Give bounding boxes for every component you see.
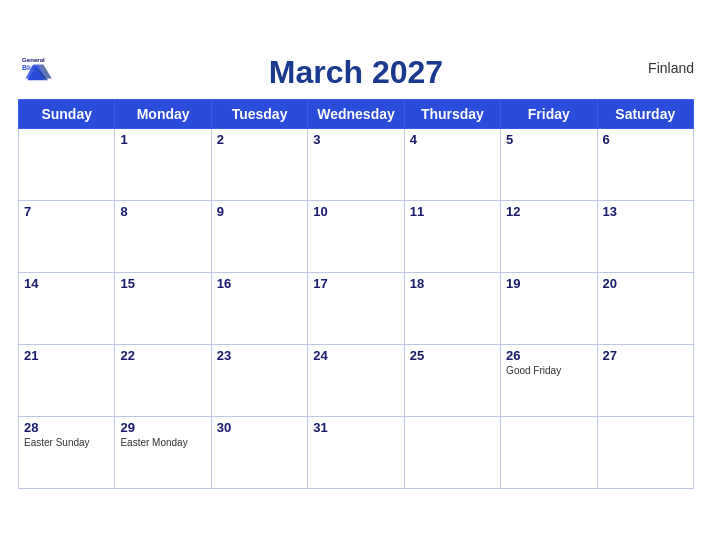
day-number: 25 xyxy=(410,348,495,363)
day-number: 9 xyxy=(217,204,302,219)
day-cell-w5-d6 xyxy=(501,416,597,488)
calendar-container: General Blue March 2027 Finland Sunday M… xyxy=(0,44,712,507)
day-cell-w5-d3: 30 xyxy=(211,416,307,488)
day-cell-w3-d5: 18 xyxy=(404,272,500,344)
day-cell-w4-d4: 24 xyxy=(308,344,404,416)
day-number: 26 xyxy=(506,348,591,363)
week-row-3: 14151617181920 xyxy=(19,272,694,344)
day-cell-w1-d2: 1 xyxy=(115,128,211,200)
day-cell-w3-d1: 14 xyxy=(19,272,115,344)
day-cell-w3-d3: 16 xyxy=(211,272,307,344)
week-row-1: 123456 xyxy=(19,128,694,200)
calendar-table: Sunday Monday Tuesday Wednesday Thursday… xyxy=(18,99,694,489)
col-saturday: Saturday xyxy=(597,99,693,128)
day-header-row: Sunday Monday Tuesday Wednesday Thursday… xyxy=(19,99,694,128)
day-cell-w2-d6: 12 xyxy=(501,200,597,272)
day-number: 2 xyxy=(217,132,302,147)
day-number: 18 xyxy=(410,276,495,291)
calendar-header: General Blue March 2027 Finland xyxy=(18,54,694,91)
day-cell-w2-d2: 8 xyxy=(115,200,211,272)
day-number: 24 xyxy=(313,348,398,363)
day-number: 14 xyxy=(24,276,109,291)
day-number: 29 xyxy=(120,420,205,435)
logo-area: General Blue xyxy=(18,54,54,82)
day-number: 7 xyxy=(24,204,109,219)
day-cell-w2-d1: 7 xyxy=(19,200,115,272)
svg-text:General: General xyxy=(22,55,45,62)
day-cell-w1-d6: 5 xyxy=(501,128,597,200)
day-cell-w3-d4: 17 xyxy=(308,272,404,344)
event-label: Easter Sunday xyxy=(24,437,109,448)
day-cell-w1-d5: 4 xyxy=(404,128,500,200)
day-cell-w5-d7 xyxy=(597,416,693,488)
day-cell-w1-d1 xyxy=(19,128,115,200)
day-cell-w4-d3: 23 xyxy=(211,344,307,416)
day-cell-w3-d7: 20 xyxy=(597,272,693,344)
day-cell-w2-d7: 13 xyxy=(597,200,693,272)
country-label: Finland xyxy=(648,60,694,76)
week-row-5: 28Easter Sunday29Easter Monday3031 xyxy=(19,416,694,488)
day-cell-w5-d2: 29Easter Monday xyxy=(115,416,211,488)
day-number: 22 xyxy=(120,348,205,363)
day-number: 20 xyxy=(603,276,688,291)
day-number: 13 xyxy=(603,204,688,219)
week-row-2: 78910111213 xyxy=(19,200,694,272)
day-cell-w4-d6: 26Good Friday xyxy=(501,344,597,416)
day-number: 16 xyxy=(217,276,302,291)
col-thursday: Thursday xyxy=(404,99,500,128)
day-cell-w3-d6: 19 xyxy=(501,272,597,344)
month-title: March 2027 xyxy=(269,54,443,91)
day-cell-w5-d5 xyxy=(404,416,500,488)
day-cell-w1-d3: 2 xyxy=(211,128,307,200)
day-number: 12 xyxy=(506,204,591,219)
col-sunday: Sunday xyxy=(19,99,115,128)
day-number: 3 xyxy=(313,132,398,147)
day-cell-w2-d4: 10 xyxy=(308,200,404,272)
day-cell-w5-d1: 28Easter Sunday xyxy=(19,416,115,488)
day-cell-w1-d7: 6 xyxy=(597,128,693,200)
day-cell-w4-d1: 21 xyxy=(19,344,115,416)
day-number: 11 xyxy=(410,204,495,219)
week-row-4: 212223242526Good Friday27 xyxy=(19,344,694,416)
col-friday: Friday xyxy=(501,99,597,128)
day-number: 4 xyxy=(410,132,495,147)
day-number: 21 xyxy=(24,348,109,363)
day-number: 27 xyxy=(603,348,688,363)
day-cell-w5-d4: 31 xyxy=(308,416,404,488)
col-monday: Monday xyxy=(115,99,211,128)
day-cell-w4-d7: 27 xyxy=(597,344,693,416)
day-cell-w3-d2: 15 xyxy=(115,272,211,344)
day-number: 8 xyxy=(120,204,205,219)
col-wednesday: Wednesday xyxy=(308,99,404,128)
day-number: 6 xyxy=(603,132,688,147)
day-cell-w4-d2: 22 xyxy=(115,344,211,416)
day-number: 19 xyxy=(506,276,591,291)
day-cell-w4-d5: 25 xyxy=(404,344,500,416)
day-number: 1 xyxy=(120,132,205,147)
day-cell-w2-d3: 9 xyxy=(211,200,307,272)
col-tuesday: Tuesday xyxy=(211,99,307,128)
day-number: 23 xyxy=(217,348,302,363)
day-number: 28 xyxy=(24,420,109,435)
day-number: 10 xyxy=(313,204,398,219)
day-number: 15 xyxy=(120,276,205,291)
logo-icon: General Blue xyxy=(18,54,54,82)
day-cell-w2-d5: 11 xyxy=(404,200,500,272)
event-label: Easter Monday xyxy=(120,437,205,448)
day-number: 31 xyxy=(313,420,398,435)
day-number: 30 xyxy=(217,420,302,435)
day-number: 5 xyxy=(506,132,591,147)
event-label: Good Friday xyxy=(506,365,591,376)
day-number: 17 xyxy=(313,276,398,291)
day-cell-w1-d4: 3 xyxy=(308,128,404,200)
